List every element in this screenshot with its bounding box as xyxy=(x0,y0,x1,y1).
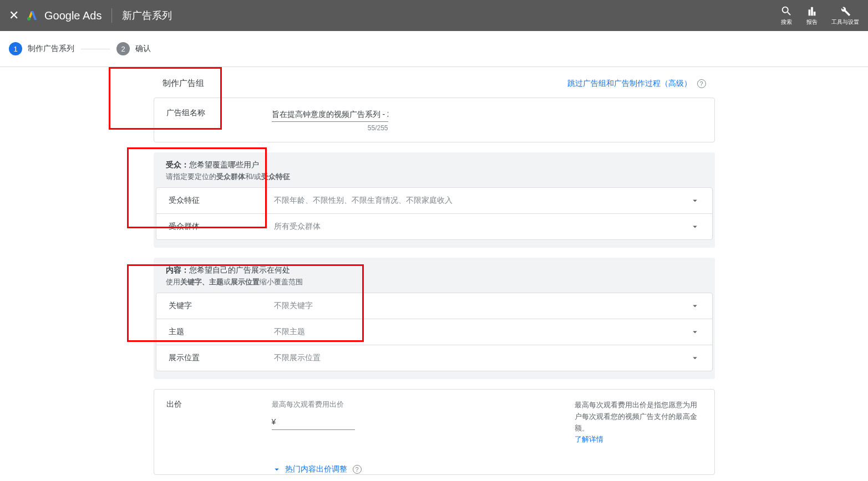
ads-logo-icon xyxy=(26,9,39,22)
main-content: 制作广告组 跳过广告组和广告制作过程（高级） ? 广告组名称 55/255 受众… xyxy=(151,67,717,481)
top-right-icons: 搜索 报告 工具与设置 xyxy=(780,5,859,26)
adgroup-name-card: 广告组名称 55/255 xyxy=(154,98,715,142)
char-count: 55/255 xyxy=(272,124,388,132)
bid-help-text: 最高每次观看费用出价是指您愿意为用户每次观看您的视频广告支付的最高金额。 了解详… xyxy=(575,400,702,446)
help-icon[interactable]: ? xyxy=(353,465,362,474)
topics-row[interactable]: 主题 不限主题 xyxy=(156,319,712,345)
step-connector xyxy=(81,49,110,49)
chevron-down-icon xyxy=(690,353,700,363)
audience-title-bold: 受众： xyxy=(166,160,189,169)
bid-field-label: 最高每次观看费用出价 xyxy=(272,400,552,410)
keywords-row[interactable]: 关键字 不限关键字 主题 不限主题 展示位置 不限展示位置 xyxy=(156,293,713,371)
placements-row[interactable]: 展示位置 不限展示位置 xyxy=(156,345,712,371)
bar-chart-icon xyxy=(806,5,818,17)
svg-point-2 xyxy=(27,17,31,21)
section-header: 制作广告组 跳过广告组和广告制作过程（高级） ? xyxy=(151,78,717,98)
page-title: 新广告系列 xyxy=(122,9,172,22)
help-icon[interactable]: ? xyxy=(697,79,706,88)
step-1[interactable]: 1 制作广告系列 xyxy=(9,42,74,55)
skip-link[interactable]: 跳过广告组和广告制作过程（高级） xyxy=(567,79,692,89)
adgroup-name-input[interactable] xyxy=(272,108,388,122)
step-2[interactable]: 2 确认 xyxy=(116,42,151,55)
chevron-down-icon xyxy=(272,464,282,474)
chevron-down-icon xyxy=(690,301,700,311)
stepper: 1 制作广告系列 2 确认 xyxy=(0,31,868,67)
reports-button[interactable]: 报告 xyxy=(806,5,818,26)
search-icon xyxy=(780,5,793,17)
step-2-label: 确认 xyxy=(135,44,151,54)
top-bar: ✕ Google Ads 新广告系列 搜索 报告 工具与设置 xyxy=(0,0,868,31)
bid-input[interactable] xyxy=(272,414,355,430)
learn-more-link[interactable]: 了解详情 xyxy=(575,435,603,443)
wrench-icon xyxy=(839,5,851,17)
content-section: 内容：您希望自己的广告展示在何处 使用关键字、主题或展示位置缩小覆盖范围 关键字… xyxy=(154,258,715,379)
step-1-label: 制作广告系列 xyxy=(28,44,74,54)
step-2-circle: 2 xyxy=(116,42,130,55)
bid-card: 出价 最高每次观看费用出价 最高每次观看费用出价是指您愿意为用户每次观看您的视频… xyxy=(154,389,715,475)
audience-title-rest: 您希望覆盖哪些用户 xyxy=(189,160,259,169)
chevron-down-icon xyxy=(690,196,700,206)
close-icon[interactable]: ✕ xyxy=(9,8,19,23)
audience-groups-row[interactable]: 受众群体 所有受众群体 xyxy=(156,214,712,239)
adgroup-name-label: 广告组名称 xyxy=(166,108,272,118)
chevron-down-icon xyxy=(690,222,700,232)
tools-button[interactable]: 工具与设置 xyxy=(831,5,859,26)
svg-marker-1 xyxy=(31,11,37,20)
search-button[interactable]: 搜索 xyxy=(780,5,793,26)
brand-text: Google Ads xyxy=(44,9,101,22)
audience-section: 受众：您希望覆盖哪些用户 请指定要定位的受众群体和/或受众特征 受众特征 不限年… xyxy=(154,152,715,248)
create-adgroup-title: 制作广告组 xyxy=(163,78,204,89)
bid-label: 出价 xyxy=(166,400,272,410)
step-1-circle: 1 xyxy=(9,42,22,55)
chevron-down-icon xyxy=(690,327,700,337)
bid-adjustment-toggle[interactable]: 热门内容出价调整 ? xyxy=(154,456,714,474)
demographics-row[interactable]: 受众特征 不限年龄、不限性别、不限生育情况、不限家庭收入 受众群体 所有受众群体 xyxy=(156,187,713,240)
google-ads-logo[interactable]: Google Ads xyxy=(26,9,101,22)
divider xyxy=(111,8,112,23)
